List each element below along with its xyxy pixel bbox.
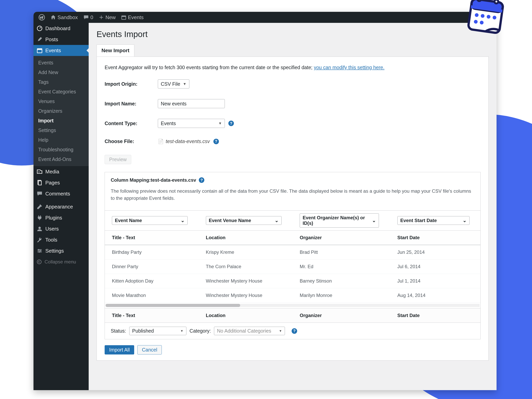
settings-link[interactable]: you can modify this setting here. xyxy=(314,65,385,70)
import-name-label: Import Name: xyxy=(105,101,158,107)
file-name: test-data-events.csv xyxy=(166,139,210,144)
chevron-down-icon: ⌄ xyxy=(463,218,467,223)
table-row: Dinner PartyThe Corn PalaceMr. EdJul 6, … xyxy=(105,260,480,274)
chevron-down-icon: ⌄ xyxy=(275,218,279,223)
sidebar-item-users[interactable]: Users xyxy=(33,223,89,234)
import-all-button[interactable]: Import All xyxy=(105,345,134,355)
import-panel: Event Aggregator will try to fetch 300 e… xyxy=(96,57,489,361)
sidebar-subitem-settings[interactable]: Settings xyxy=(33,126,89,135)
tab-new-import[interactable]: New Import xyxy=(96,44,134,57)
svg-point-4 xyxy=(494,0,498,4)
svg-rect-16 xyxy=(37,49,42,50)
wp-logo-icon[interactable] xyxy=(36,12,48,23)
sidebar-item-posts[interactable]: Posts xyxy=(33,34,89,45)
table-row: Birthday PartyKrispy KremeBrad PittJun 2… xyxy=(105,245,480,260)
intro-text: Event Aggregator will try to fetch 300 e… xyxy=(105,65,481,70)
site-name-link[interactable]: Sandbox xyxy=(48,12,81,23)
column-select-4[interactable]: Event Start Date⌄ xyxy=(397,216,469,225)
sidebar-submenu-events: Events Add New Tags Event Categories Ven… xyxy=(33,56,89,166)
svg-point-26 xyxy=(39,251,40,253)
status-select[interactable]: Published▼ xyxy=(129,327,186,335)
svg-rect-19 xyxy=(38,181,41,185)
sidebar-item-tools[interactable]: Tools xyxy=(33,234,89,245)
column-select-1[interactable]: Event Name⌄ xyxy=(112,216,188,225)
decorative-calendar-icon xyxy=(467,0,504,35)
category-label: Category: xyxy=(190,328,211,334)
wordpress-admin-window: Sandbox 0 New Events den Dashboard Posts… xyxy=(33,12,497,390)
sidebar-subitem-help[interactable]: Help xyxy=(33,135,89,145)
sidebar-item-media[interactable]: Media xyxy=(33,166,89,177)
import-origin-select[interactable]: CSV File▼ xyxy=(158,79,189,89)
admin-bar: Sandbox 0 New Events den xyxy=(33,12,497,23)
horizontal-scrollbar[interactable] xyxy=(106,304,480,307)
cancel-button[interactable]: Cancel xyxy=(137,345,162,355)
sidebar-subitem-categories[interactable]: Event Categories xyxy=(33,87,89,96)
column-select-3[interactable]: Event Organizer Name(s) or ID(s)⌄ xyxy=(300,213,379,228)
content-type-label: Content Type: xyxy=(105,120,158,126)
sidebar-item-comments[interactable]: Comments xyxy=(33,188,89,199)
column-mapping-panel: Column Mapping: test-data-events.csv? Th… xyxy=(105,172,481,339)
sidebar-subitem-addons[interactable]: Event Add-Ons xyxy=(33,154,89,164)
svg-point-3 xyxy=(477,0,481,1)
content-type-select[interactable]: Events▼ xyxy=(158,119,225,128)
import-origin-label: Import Origin: xyxy=(105,81,158,87)
svg-point-20 xyxy=(38,227,41,229)
csv-header: Title - Text xyxy=(105,231,199,245)
column-mapping-table: Event Name⌄ Event Venue Name⌄ Event Orga… xyxy=(105,210,480,303)
column-select-2[interactable]: Event Venue Name⌄ xyxy=(206,216,282,225)
svg-rect-13 xyxy=(122,16,126,17)
sidebar-subitem-troubleshooting[interactable]: Troubleshooting xyxy=(33,145,89,154)
sidebar-item-settings[interactable]: Settings xyxy=(33,245,89,256)
page-title: Events Import xyxy=(96,30,489,39)
sidebar-subitem-add-new[interactable]: Add New xyxy=(33,68,89,77)
sidebar-subitem-events[interactable]: Events xyxy=(33,58,89,68)
admin-sidebar: Dashboard Posts Events Events Add New Ta… xyxy=(33,23,89,390)
events-link[interactable]: Events xyxy=(118,12,146,23)
category-select[interactable]: No Additional Categories▼ xyxy=(214,327,285,335)
chevron-down-icon: ▼ xyxy=(183,82,186,86)
sidebar-subitem-organizers[interactable]: Organizers xyxy=(33,106,89,116)
sidebar-subitem-tags[interactable]: Tags xyxy=(33,77,89,87)
sidebar-item-plugins[interactable]: Plugins xyxy=(33,212,89,223)
help-icon[interactable]: ? xyxy=(199,177,204,183)
svg-point-17 xyxy=(38,171,40,173)
chevron-down-icon: ▼ xyxy=(279,329,282,333)
csv-header: Organizer xyxy=(293,231,390,245)
sidebar-item-appearance[interactable]: Appearance xyxy=(33,201,89,212)
table-row: Movie MarathonWinchester Mystery HouseMa… xyxy=(105,288,480,303)
comments-link[interactable]: 0 xyxy=(81,12,96,23)
help-icon[interactable]: ? xyxy=(228,120,234,126)
chevron-down-icon: ▼ xyxy=(218,121,222,126)
sidebar-subitem-import[interactable]: Import xyxy=(33,116,89,126)
collapse-menu-button[interactable]: Collapse menu xyxy=(33,256,89,267)
chevron-down-icon: ⌄ xyxy=(372,218,376,223)
document-icon xyxy=(158,139,166,144)
content-area: Events Import New Import Event Aggregato… xyxy=(89,23,497,390)
help-icon[interactable]: ? xyxy=(213,139,219,144)
column-mapping-desc: The following preview does not necessari… xyxy=(111,188,475,202)
column-mapping-title: Column Mapping: test-data-events.csv? xyxy=(111,177,475,183)
sidebar-item-pages[interactable]: Pages xyxy=(33,177,89,188)
csv-header: Location xyxy=(199,231,293,245)
sidebar-item-events[interactable]: Events xyxy=(33,45,89,56)
table-row: Kitten Adoption DayWinchester Mystery Ho… xyxy=(105,274,480,288)
csv-header: Start Date xyxy=(390,231,480,245)
help-icon[interactable]: ? xyxy=(292,328,297,334)
svg-point-27 xyxy=(37,260,41,264)
status-label: Status: xyxy=(111,328,126,334)
chevron-down-icon: ▼ xyxy=(180,329,184,333)
preview-button[interactable]: Preview xyxy=(105,155,131,164)
chevron-down-icon: ⌄ xyxy=(181,218,185,223)
choose-file-label: Choose File: xyxy=(105,139,158,144)
svg-point-24 xyxy=(38,249,39,250)
sidebar-item-dashboard[interactable]: Dashboard xyxy=(33,23,89,34)
sidebar-subitem-venues[interactable]: Venues xyxy=(33,96,89,106)
new-link[interactable]: New xyxy=(96,12,118,23)
svg-point-25 xyxy=(40,250,41,251)
import-name-input[interactable]: New events xyxy=(158,99,225,108)
